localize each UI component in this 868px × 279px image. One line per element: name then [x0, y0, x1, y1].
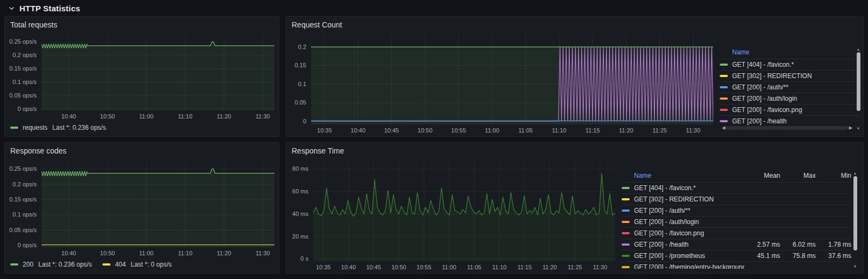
series-label[interactable]: GET [200] - /favicon.png — [732, 106, 802, 114]
series-label[interactable]: GET [200] - /favicon.png — [634, 229, 704, 237]
table-row[interactable]: GET [200] - /health 2.57 ms 6.02 ms 1.78… — [622, 239, 851, 250]
table-row[interactable]: GET [200] - /auth/login — [622, 216, 851, 227]
series-color-marker[interactable] — [622, 198, 630, 200]
series-label[interactable]: GET [302] - REDIRECTION — [634, 196, 714, 203]
header-min[interactable]: Min — [816, 172, 851, 179]
request-count-chart[interactable]: 0.20.150.10.05010:3510:4010:4510:5010:55… — [286, 30, 717, 136]
chevron-down-icon[interactable] — [9, 5, 15, 11]
x-axis-tick-label: 11:00 — [477, 127, 507, 134]
table-row[interactable]: GET [200] - /auth/** — [622, 205, 851, 216]
min-value: 1.78 ms — [816, 241, 851, 248]
y-axis-tick-label: 0 s — [286, 255, 308, 262]
panel-request-count: Request Count 0.20.150.10.05010:3510:401… — [286, 16, 864, 137]
panel-title-response-time[interactable]: Response Time — [286, 143, 863, 156]
table-row[interactable]: GET [404] - /favicon.* — [622, 182, 851, 193]
y-axis-tick-label: 0.05 ops/s — [5, 227, 37, 233]
series-last-value: Last *: 0 ops/s — [130, 261, 171, 268]
legend-scroll-area: Name GET [404] - /favicon.* — [720, 47, 861, 131]
legend-item[interactable]: requests Last *: 0.236 ops/s — [10, 124, 106, 131]
legend-row[interactable]: GET [200] - /auth/** — [720, 81, 861, 93]
header-name[interactable]: Name — [622, 172, 745, 179]
series-color-marker[interactable] — [622, 210, 630, 212]
series-color-marker[interactable] — [622, 232, 630, 234]
row-http-statistics[interactable]: HTTP Statistics — [4, 0, 864, 16]
header-max[interactable]: Max — [780, 172, 816, 179]
series-label[interactable]: GET [200] - /auth/login — [634, 218, 699, 226]
table-row[interactable]: GET [200] - /favicon.png — [622, 227, 851, 239]
max-value: 6.02 ms — [780, 241, 816, 248]
legend-vertical-scrollbar[interactable]: ▲ ▼ — [856, 47, 861, 131]
series-label[interactable]: GET [200] - /health — [732, 117, 787, 125]
series-color-marker[interactable] — [102, 263, 111, 266]
response-codes-chart[interactable]: 0.25 ops/s0.2 ops/s0.15 ops/s0.1 ops/s0.… — [5, 156, 279, 259]
y-axis-tick-label: 80 ms — [286, 165, 308, 172]
panel-title-response-codes[interactable]: Response codes — [5, 143, 279, 156]
header-mean[interactable]: Mean — [745, 172, 780, 179]
legend-row[interactable]: GET [200] - /auth/login — [720, 93, 861, 104]
x-axis-tick-label: 11:30 — [247, 250, 278, 256]
series-label[interactable]: GET [200] - /prometheus — [634, 252, 705, 260]
series-label[interactable]: 404 — [115, 261, 126, 268]
panel-title-total-requests[interactable]: Total requests — [5, 17, 279, 30]
series-color-marker[interactable] — [622, 243, 630, 246]
y-axis-tick-label: 20 ms — [286, 233, 308, 240]
total-requests-chart[interactable]: 0.25 ops/s0.2 ops/s0.15 ops/s0.1 ops/s0.… — [5, 30, 279, 122]
scrollbar-thumb[interactable] — [853, 176, 857, 250]
series-label[interactable]: GET [200] - /auth/** — [634, 207, 691, 214]
panel-grid: Total requests 0.25 ops/s0.2 ops/s0.15 o… — [4, 16, 864, 274]
scroll-right-icon[interactable]: ▶ — [848, 125, 853, 131]
series-color-marker[interactable] — [622, 187, 630, 189]
series-color-marker[interactable] — [10, 263, 18, 266]
legend-row[interactable]: GET [404] - /favicon.* — [720, 59, 861, 70]
table-row[interactable]: GET [200] - /prometheus 45.1 ms 75.8 ms … — [622, 250, 851, 261]
series-label[interactable]: GET [200] - /theming/entry-background — [634, 263, 745, 269]
series-color-marker[interactable] — [720, 109, 728, 111]
series-color-marker[interactable] — [622, 221, 630, 223]
y-axis-tick-label: 0.25 ops/s — [5, 38, 37, 45]
series-color-marker[interactable] — [720, 75, 728, 77]
scroll-up-icon[interactable]: ▲ — [853, 171, 857, 176]
legend-item[interactable]: 200 Last *: 0.236 ops/s — [10, 261, 92, 268]
series-label[interactable]: GET [200] - /health — [634, 241, 688, 248]
y-axis-tick-label: 0.15 ops/s — [5, 65, 37, 72]
series-color-marker[interactable] — [622, 266, 630, 268]
legend-rows: GET [404] - /favicon.* GET [302] - REDIR… — [720, 59, 861, 131]
scroll-down-icon[interactable]: ▼ — [853, 264, 857, 269]
legend-row[interactable]: GET [302] - REDIRECTION — [720, 70, 861, 81]
legend-horizontal-scrollbar[interactable]: ◀ ▶ — [720, 125, 855, 131]
series-color-marker[interactable] — [720, 97, 728, 100]
legend-row[interactable]: GET [200] - /favicon.png — [720, 104, 861, 115]
x-axis-tick-label: 10:40 — [343, 127, 373, 134]
legend-vertical-scrollbar[interactable]: ▲ ▼ — [852, 171, 858, 269]
series-label[interactable]: GET [302] - REDIRECTION — [732, 72, 812, 80]
table-row[interactable]: GET [302] - REDIRECTION — [622, 193, 851, 205]
series-color-marker[interactable] — [720, 120, 728, 122]
series-label[interactable]: 200 — [23, 261, 33, 268]
series-color-marker[interactable] — [10, 127, 18, 129]
scroll-left-icon[interactable]: ◀ — [721, 125, 726, 131]
y-axis-tick-label: 0.1 ops/s — [5, 211, 37, 218]
response-time-chart[interactable]: 80 ms60 ms40 ms20 ms0 s10:3510:4010:4510… — [286, 156, 619, 273]
scroll-up-icon[interactable]: ▲ — [857, 47, 860, 52]
series-label[interactable]: requests — [23, 124, 47, 131]
scroll-down-icon[interactable]: ▼ — [857, 126, 860, 131]
section-title[interactable]: HTTP Statistics — [19, 4, 80, 13]
legend-header-name[interactable]: Name — [720, 47, 861, 59]
series-label[interactable]: GET [404] - /favicon.* — [634, 184, 696, 192]
mean-value: 2.57 ms — [745, 241, 780, 248]
series-color-marker[interactable] — [720, 86, 728, 88]
panel-response-codes: Response codes 0.25 ops/s0.2 ops/s0.15 o… — [4, 142, 279, 274]
scrollbar-thumb[interactable] — [857, 52, 860, 111]
series-label[interactable]: GET [200] - /auth/** — [732, 83, 789, 91]
series-color-marker[interactable] — [622, 255, 630, 257]
panel-total-requests: Total requests 0.25 ops/s0.2 ops/s0.15 o… — [4, 16, 279, 137]
scrollbar-thumb[interactable] — [726, 126, 848, 130]
legend-table-scroll-area: Name Mean Max Min GET [404] — [622, 171, 851, 269]
legend-item[interactable]: 404 Last *: 0 ops/s — [102, 261, 171, 268]
x-axis-tick-label: 11:05 — [511, 127, 541, 134]
series-label[interactable]: GET [200] - /auth/login — [732, 95, 797, 102]
panel-title-request-count[interactable]: Request Count — [286, 17, 863, 30]
series-label[interactable]: GET [404] - /favicon.* — [732, 61, 794, 68]
series-color-marker[interactable] — [720, 64, 728, 66]
table-row[interactable]: GET [200] - /theming/entry-background — [622, 261, 851, 269]
